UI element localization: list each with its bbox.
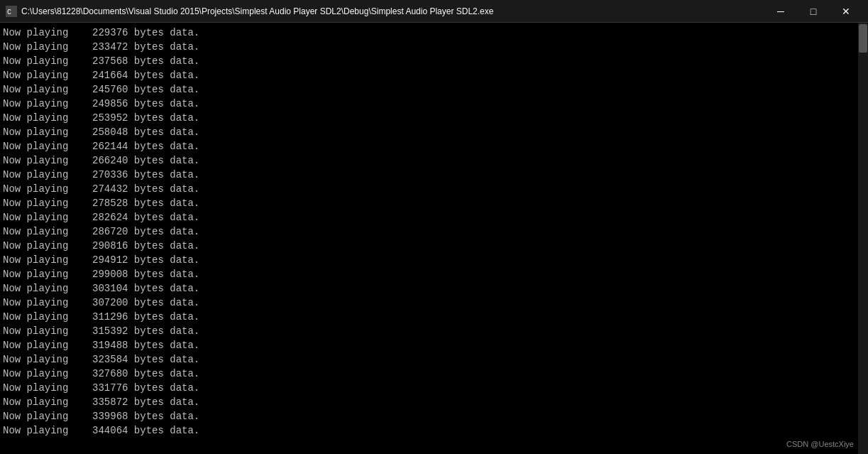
window-controls: ─ □ ✕ — [764, 0, 862, 23]
window-title: C:\Users\81228\Documents\Visual Studio 2… — [21, 6, 764, 16]
minimize-button[interactable]: ─ — [764, 0, 797, 23]
console-line: Now playing 274432 bytes data. — [3, 182, 855, 196]
app-icon: C — [6, 6, 17, 17]
console-line: Now playing 233472 bytes data. — [3, 40, 855, 54]
console-line: Now playing 335872 bytes data. — [3, 395, 855, 409]
console-line: Now playing 258048 bytes data. — [3, 125, 855, 139]
console-line: Now playing 266240 bytes data. — [3, 153, 855, 168]
console-line: Now playing 327680 bytes data. — [3, 367, 855, 381]
console-line: Now playing 286720 bytes data. — [3, 225, 855, 239]
console-line: Now playing 282624 bytes data. — [3, 210, 855, 225]
svg-text:C: C — [7, 9, 11, 16]
console-line: Now playing 323584 bytes data. — [3, 352, 855, 367]
console-line: Now playing 315392 bytes data. — [3, 324, 855, 338]
console-line: Now playing 307200 bytes data. — [3, 296, 855, 310]
console-line: Now playing 278528 bytes data. — [3, 196, 855, 210]
console-line: Now playing 237568 bytes data. — [3, 54, 855, 68]
console-content: Now playing 229376 bytes data.Now playin… — [0, 23, 858, 454]
console-line: Now playing 294912 bytes data. — [3, 253, 855, 267]
watermark: CSDN @UestcXiye — [786, 440, 854, 448]
console-line: Now playing 290816 bytes data. — [3, 239, 855, 253]
scrollbar[interactable] — [858, 23, 868, 454]
console-line: Now playing 319488 bytes data. — [3, 338, 855, 352]
console-line: Now playing 311296 bytes data. — [3, 310, 855, 324]
scrollbar-thumb[interactable] — [859, 24, 867, 53]
console-line: Now playing 331776 bytes data. — [3, 381, 855, 395]
console-line: Now playing 245760 bytes data. — [3, 82, 855, 97]
title-bar: C C:\Users\81228\Documents\Visual Studio… — [0, 0, 868, 23]
console-line: Now playing 253952 bytes data. — [3, 111, 855, 125]
console-line: Now playing 229376 bytes data. — [3, 26, 855, 40]
window: C C:\Users\81228\Documents\Visual Studio… — [0, 0, 868, 454]
console-line: Now playing 299008 bytes data. — [3, 267, 855, 281]
console-area: Now playing 229376 bytes data.Now playin… — [0, 23, 868, 454]
console-line: Now playing 249856 bytes data. — [3, 97, 855, 111]
console-line: Now playing 262144 bytes data. — [3, 139, 855, 153]
console-line: Now playing 303104 bytes data. — [3, 281, 855, 296]
console-line: Now playing 344064 bytes data. — [3, 423, 855, 438]
console-line: Now playing 241664 bytes data. — [3, 68, 855, 82]
console-line: Now playing 339968 bytes data. — [3, 409, 855, 423]
console-line: Now playing 270336 bytes data. — [3, 168, 855, 182]
close-button[interactable]: ✕ — [830, 0, 862, 23]
maximize-button[interactable]: □ — [797, 0, 830, 23]
